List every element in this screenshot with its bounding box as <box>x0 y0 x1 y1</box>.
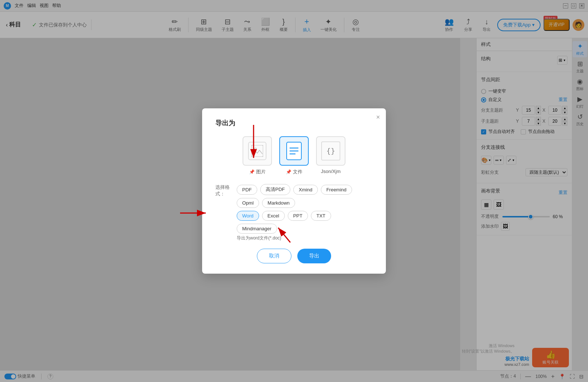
modal-overlay[interactable]: 导出为 × 📌 图片 <box>0 0 588 382</box>
export-file-option[interactable]: 📌 文件 <box>279 136 309 175</box>
json-icon: {} <box>321 141 340 161</box>
export-image-option[interactable]: 📌 图片 <box>243 136 272 175</box>
export-file-box[interactable] <box>279 136 309 166</box>
image-icon <box>251 145 263 157</box>
modal-close-button[interactable]: × <box>376 113 380 121</box>
cancel-button[interactable]: 取消 <box>257 249 291 263</box>
format-pdf[interactable]: PDF <box>237 185 257 195</box>
svg-rect-0 <box>251 145 263 157</box>
export-file-label: 📌 文件 <box>286 169 302 175</box>
format-hd-pdf[interactable]: 高清PDF <box>260 184 290 195</box>
modal-title: 导出为 <box>215 119 373 127</box>
modal-buttons: 取消 导出 <box>215 249 373 263</box>
format-mindmanager[interactable]: Mindmanager <box>237 224 277 234</box>
format-ppt[interactable]: PPT <box>288 211 308 221</box>
pin-icon-image: 📌 <box>249 169 255 174</box>
export-image-box[interactable] <box>243 136 272 166</box>
export-image-text: 图片 <box>256 169 266 175</box>
format-markdown[interactable]: Markdown <box>262 198 295 208</box>
format-label: 选择格式： <box>215 184 234 197</box>
export-file-text: 文件 <box>293 169 302 175</box>
format-excel[interactable]: Excel <box>262 211 285 221</box>
format-freemind[interactable]: Freemind <box>321 185 352 195</box>
svg-point-1 <box>254 148 257 150</box>
export-type-icons: 📌 图片 📌 文件 <box>215 136 373 175</box>
export-button[interactable]: 导出 <box>297 249 331 263</box>
export-json-text: Json/Xjm <box>321 169 340 174</box>
format-xmind[interactable]: Xmind <box>293 185 318 195</box>
image-preview-box <box>248 142 266 160</box>
export-modal: 导出为 × 📌 图片 <box>202 108 386 274</box>
file-icon <box>286 141 302 161</box>
format-txt[interactable]: TXT <box>311 211 331 221</box>
export-json-option[interactable]: {} Json/Xjm <box>316 136 345 175</box>
format-row-2: Word Excel PPT TXT Mindmanager <box>237 211 373 234</box>
format-row-1: PDF 高清PDF Xmind Freemind Opml Markdown <box>237 184 373 208</box>
export-json-label: Json/Xjm <box>321 169 340 174</box>
pin-icon-file: 📌 <box>286 169 291 174</box>
format-section: 选择格式： PDF 高清PDF Xmind Freemind Opml Mark… <box>215 184 373 241</box>
format-tooltip: 导出为word文件(*.doc) <box>237 235 373 241</box>
format-opml[interactable]: Opml <box>237 198 259 208</box>
export-image-label: 📌 图片 <box>249 169 266 175</box>
export-json-box[interactable]: {} <box>316 136 345 166</box>
format-word[interactable]: Word <box>237 211 259 221</box>
